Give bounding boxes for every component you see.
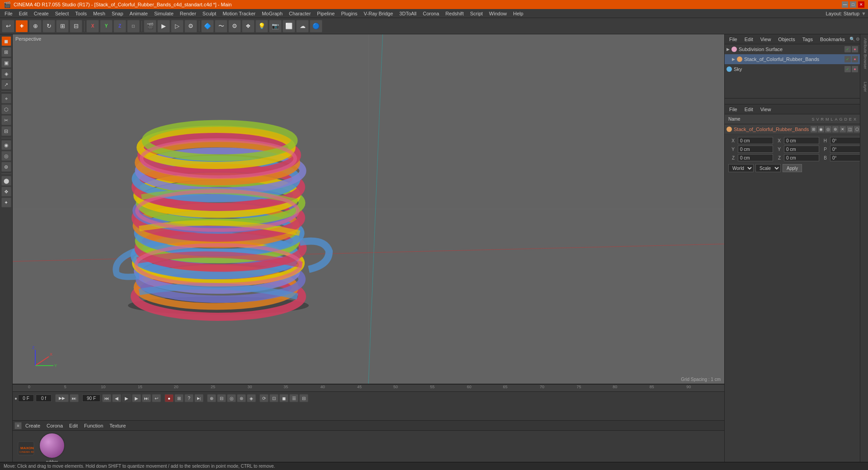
menu-corona[interactable]: Corona [420,10,442,17]
menu-script[interactable]: Script [467,10,486,17]
mat-menu-texture[interactable]: Texture [107,422,128,429]
attr-obj-btn-2[interactable]: ◉ [818,126,824,132]
tool-points[interactable]: ⬤ [1,176,11,186]
window-controls[interactable]: — □ ✕ [842,1,864,8]
toolbar-select-live[interactable]: ✚ [15,20,28,33]
tl-btn-extra-3[interactable]: ◼ [279,394,288,402]
tl-btn-speed[interactable]: ▶▶ [55,394,69,402]
tool-magnet[interactable]: ◉ [1,140,11,150]
obj-vis-icon-subdivision[interactable]: ✓ [844,46,851,52]
menu-select[interactable]: Select [52,10,72,17]
toolbar-deformer[interactable]: ❖ [242,20,255,33]
strip-attribute-browser[interactable]: Attribute Browser [861,36,868,71]
tl-btn-extra-2[interactable]: ⊡ [269,394,278,402]
tl-frame-start-input[interactable] [18,395,34,402]
menu-edit[interactable]: Edit [16,10,30,17]
tl-btn-record[interactable]: ↩ [152,394,161,402]
toolbar-render-view[interactable]: ▶ [157,20,170,33]
toolbar-camera[interactable]: 📷 [269,20,282,33]
menu-mograph[interactable]: MoGraph [259,10,285,17]
coord-z-pos[interactable] [738,154,773,161]
layout-dropdown-arrow[interactable]: ▼ [861,11,866,16]
menu-create[interactable]: Create [31,10,52,17]
menu-3dtoall[interactable]: 3DToAll [396,10,419,17]
obj-render-icon-rubber[interactable]: ● [852,56,858,62]
tool-spline-pen[interactable]: ⌖ [1,94,11,103]
tl-btn-help[interactable]: ? [184,394,193,402]
tool-bridge[interactable]: ⊟ [1,126,11,136]
tl-btn-motion-5[interactable]: ◈ [247,394,256,402]
toolbar-material[interactable]: 🔵 [310,20,322,33]
coord-z-scale[interactable] [784,154,819,161]
obj-vis-icon-rubber[interactable]: ✓ [844,56,851,62]
toolbar-x-axis[interactable]: X [86,20,99,33]
obj-menu-bookmarks[interactable]: Bookmarks [817,36,848,43]
obj-menu-file[interactable]: File [726,36,740,43]
tl-btn-extra-4[interactable]: ☰ [289,394,298,402]
toolbar-light[interactable]: 💡 [255,20,268,33]
tl-btn-next-frame[interactable]: ▶ [132,394,141,402]
toolbar-floor[interactable]: ⬜ [283,20,295,33]
coord-x-scale[interactable] [784,137,819,144]
menu-motion-tracker[interactable]: Motion Tracker [220,10,258,17]
menu-snap[interactable]: Snap [109,10,126,17]
tl-btn-playback-settings[interactable]: ▶| [194,394,203,402]
coord-y-scale[interactable] [784,146,819,153]
toolbar-xyz-all[interactable]: ⊡ [127,20,140,33]
tool-brush[interactable]: ◎ [1,151,11,161]
strip-layer[interactable]: Layer [861,80,868,94]
tool-model[interactable]: ◼ [1,36,11,46]
coord-x-pos[interactable] [738,137,773,144]
tool-paint[interactable]: ▣ [1,58,11,68]
obj-vis-icon-sky[interactable]: ✓ [844,66,851,72]
tl-btn-prev-frame[interactable]: ◀ [112,394,121,402]
obj-settings-icon[interactable]: ⚙ [856,37,860,42]
tl-btn-key-all[interactable]: ⊞ [175,394,184,402]
apply-button[interactable]: Apply [783,164,802,172]
tl-btn-extra-5[interactable]: ⊟ [299,394,308,402]
tl-btn-motion-3[interactable]: ◎ [227,394,236,402]
tl-btn-motion-2[interactable]: ⊟ [217,394,226,402]
maximize-button[interactable]: □ [850,1,856,8]
menu-simulate[interactable]: Simulate [151,10,176,17]
attr-obj-btn-5[interactable]: ✕ [840,126,846,132]
menu-sculpt[interactable]: Sculpt [200,10,219,17]
mat-menu-edit[interactable]: Edit [66,422,80,429]
tl-btn-auto-key[interactable]: ● [165,394,174,402]
tool-sculpt[interactable]: ◈ [1,69,11,79]
material-ball-rubber[interactable] [39,432,65,459]
attr-menu-file[interactable]: File [726,106,740,113]
mat-menu-create[interactable]: Create [23,422,43,429]
menu-redshift[interactable]: Redshift [443,10,466,17]
tool-uv[interactable]: ⊞ [1,47,11,57]
toolbar-render-region[interactable]: ▷ [171,20,184,33]
toolbar-polygon[interactable]: 🔷 [201,20,214,33]
tool-polygons[interactable]: ✦ [1,197,11,207]
toolbar-rotate[interactable]: ↻ [42,20,55,33]
menu-window[interactable]: Window [486,10,509,17]
toolbar-move[interactable]: ⊕ [29,20,42,33]
toolbar-generator[interactable]: ⚙ [228,20,241,33]
tl-frame-end-input[interactable] [82,395,100,402]
toolbar-z-axis[interactable]: Z [113,20,126,33]
toolbar-undo[interactable]: ↩ [2,20,14,33]
viewport-3d[interactable]: View Cameras Display Options Filter Pane… [13,34,724,384]
menu-plugins[interactable]: Plugins [338,10,360,17]
obj-item-subdivision[interactable]: ▶ Subdivision Surface ✓ ● [725,44,860,54]
close-button[interactable]: ✕ [858,1,864,8]
obj-item-rubber-bands[interactable]: ▶ Stack_of_Colorful_Rubber_Bands ✓ ● [725,54,860,64]
tool-knife[interactable]: ✂ [1,115,11,125]
obj-menu-objects[interactable]: Objects [775,36,797,43]
tool-edges[interactable]: ❖ [1,187,11,197]
tl-btn-extra-1[interactable]: ⟳ [259,394,269,402]
obj-render-icon-sky[interactable]: ● [852,66,858,72]
toolbar-spline[interactable]: 〜 [215,20,227,33]
menu-render[interactable]: Render [177,10,199,17]
menu-help[interactable]: Help [510,10,526,17]
tool-smear[interactable]: ⊛ [1,162,11,172]
tl-btn-end[interactable]: ⏭ [70,394,79,402]
tool-motion[interactable]: ↗ [1,80,11,89]
menu-pipeline[interactable]: Pipeline [314,10,337,17]
menu-tools[interactable]: Tools [72,10,90,17]
coord-scale-dropdown[interactable]: Scale [755,164,781,172]
